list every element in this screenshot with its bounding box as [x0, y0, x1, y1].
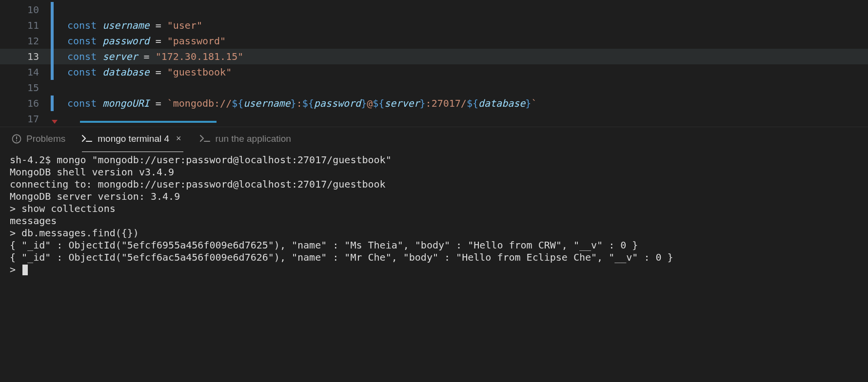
line-number: 13 [0, 51, 51, 62]
line-number: 11 [0, 19, 51, 31]
code-content[interactable]: const mongoURI = `mongodb://${username}:… [67, 97, 537, 109]
panel-tab[interactable]: run the application [200, 131, 291, 147]
git-gutter-indicator [51, 2, 54, 18]
terminal-line: { "_id" : ObjectId("5efcf6ac5a456f009e6d… [10, 251, 858, 264]
alert-icon [12, 134, 21, 144]
code-line[interactable]: 10 [0, 2, 868, 18]
terminal-line: MongoDB shell version v3.4.9 [10, 166, 858, 178]
line-number: 16 [0, 97, 51, 109]
code-content[interactable]: const server = "172.30.181.15" [67, 51, 243, 62]
close-icon[interactable]: × [174, 134, 183, 144]
terminal-line: > show collections [10, 203, 858, 215]
horizontal-scroll-thumb[interactable] [80, 121, 217, 123]
editor-pane[interactable]: 1011const username = "user"12const passw… [0, 0, 868, 127]
terminal-cursor [22, 265, 28, 275]
tab-label: run the application [216, 134, 291, 144]
terminal-line: > db.messages.find({}) [10, 227, 858, 239]
terminal-output[interactable]: sh-4.2$ mongo "mongodb://user:password@l… [0, 150, 868, 286]
panel-tab[interactable]: Problems [12, 131, 65, 147]
code-line[interactable]: 11const username = "user" [0, 18, 868, 33]
line-number: 10 [0, 4, 51, 16]
git-gutter-indicator [51, 111, 54, 127]
code-line[interactable]: 16const mongoURI = `mongodb://${username… [0, 96, 868, 111]
tab-label: Problems [26, 134, 65, 144]
terminal-line: sh-4.2$ mongo "mongodb://user:password@l… [10, 154, 858, 166]
terminal-icon [200, 135, 211, 143]
svg-rect-2 [16, 140, 17, 141]
line-number: 12 [0, 35, 51, 47]
git-gutter-indicator [51, 64, 54, 80]
code-content[interactable]: const database = "guestbook" [67, 66, 232, 78]
diff-marker-icon [52, 120, 58, 124]
code-line[interactable]: 12const password = "password" [0, 33, 868, 49]
svg-rect-1 [16, 136, 17, 139]
terminal-line: { "_id" : ObjectId("5efcf6955a456f009e6d… [10, 239, 858, 251]
line-number: 17 [0, 113, 51, 125]
panel-tab[interactable]: mongo terminal 4× [82, 131, 183, 147]
terminal-line: > [10, 264, 858, 276]
terminal-line: MongoDB server version: 3.4.9 [10, 191, 858, 203]
git-gutter-indicator [51, 18, 54, 33]
panel-tab-bar: Problemsmongo terminal 4×run the applica… [0, 127, 868, 150]
terminal-line: messages [10, 215, 858, 227]
terminal-line: connecting to: mongodb://user:password@l… [10, 178, 858, 191]
code-line[interactable]: 17 [0, 111, 868, 127]
line-number: 14 [0, 66, 51, 78]
terminal-icon [82, 135, 93, 143]
code-line[interactable]: 13const server = "172.30.181.15" [0, 49, 868, 64]
code-content[interactable]: const username = "user" [67, 19, 202, 31]
git-gutter-indicator [51, 49, 54, 64]
git-gutter-indicator [51, 33, 54, 49]
line-number: 15 [0, 82, 51, 94]
git-gutter-indicator [51, 96, 54, 111]
code-line[interactable]: 15 [0, 80, 868, 96]
code-line[interactable]: 14const database = "guestbook" [0, 64, 868, 80]
git-gutter-indicator [51, 80, 54, 96]
code-content[interactable]: const password = "password" [67, 35, 226, 47]
tab-label: mongo terminal 4 [98, 134, 169, 144]
